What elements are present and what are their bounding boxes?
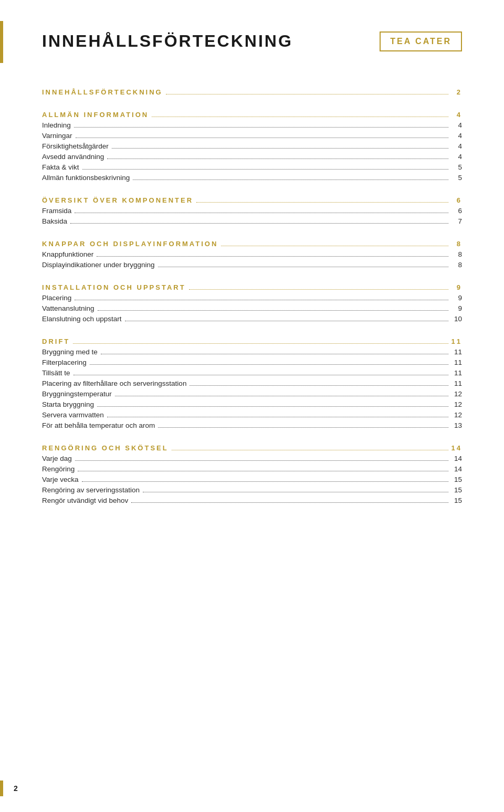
toc-dots (158, 267, 448, 267)
toc-dots (76, 138, 448, 138)
toc-page-number: 8 (452, 261, 462, 269)
toc-page-number: 13 (452, 421, 462, 429)
toc-dots (75, 460, 448, 461)
toc-section-label: ÖVERSIKT ÖVER KOMPONENTER (42, 196, 193, 204)
toc-section-label: DRIFT (42, 338, 70, 345)
toc-entry-label: Vattenanslutning (42, 304, 94, 312)
toc-section-heading: INNEHÅLLSFÖRTECKNING2 (42, 88, 462, 96)
toc-page-number: 5 (452, 163, 462, 171)
toc-entry-label: Placering av filterhållare och servering… (42, 379, 186, 387)
toc-entry-label: Försiktighetsåtgärder (42, 142, 109, 150)
toc-dots (75, 300, 448, 300)
toc-entry-label: Allmän funktionsbeskrivning (42, 174, 130, 182)
toc-entry-label: Elanslutning och uppstart (42, 315, 122, 323)
page-title: INNEHÅLLSFÖRTECKNING (42, 31, 293, 51)
toc-dots (143, 492, 448, 492)
toc-entry: Vattenanslutning9 (42, 304, 462, 312)
toc-entry: Bryggningstemperatur12 (42, 390, 462, 398)
toc-entry: Inledning4 (42, 121, 462, 129)
toc-entry: Fakta & vikt5 (42, 163, 462, 171)
toc-section-heading: RENGÖRING OCH SKÖTSEL14 (42, 444, 462, 452)
toc-entry-label: Varje vecka (42, 476, 79, 483)
toc-content: INNEHÅLLSFÖRTECKNING2ALLMÄN INFORMATION4… (42, 88, 462, 504)
toc-entry: Avsedd användning4 (42, 153, 462, 161)
toc-section-label: INNEHÅLLSFÖRTECKNING (42, 88, 163, 96)
toc-dots (131, 502, 448, 503)
footer-page-number: 2 (14, 784, 18, 793)
toc-page-number: 14 (452, 444, 462, 452)
toc-dots (107, 159, 448, 159)
toc-entry-label: Knappfunktioner (42, 250, 93, 258)
toc-entry: Rengöring14 (42, 465, 462, 473)
left-accent-bar (0, 21, 3, 63)
toc-page-number: 9 (452, 294, 462, 302)
toc-entry: Försiktighetsåtgärder4 (42, 142, 462, 150)
toc-page-number: 11 (452, 338, 462, 345)
toc-page-number: 4 (452, 121, 462, 129)
toc-section-label: RENGÖRING OCH SKÖTSEL (42, 444, 169, 452)
toc-dots (78, 471, 448, 471)
toc-dots (70, 223, 448, 224)
toc-entry: Placering9 (42, 294, 462, 302)
brand-name: TEA CATER (390, 37, 452, 46)
toc-dots (74, 375, 448, 375)
toc-entry: Bryggning med te11 (42, 348, 462, 356)
toc-page-number: 6 (452, 207, 462, 215)
toc-page-number: 15 (452, 486, 462, 494)
toc-dots (112, 148, 448, 149)
toc-dots (75, 213, 448, 213)
toc-section-heading: KNAPPAR OCH DISPLAYINFORMATION8 (42, 240, 462, 248)
toc-entry: Rengöring av serveringsstation15 (42, 486, 462, 494)
toc-entry-label: Displayindikationer under bryggning (42, 261, 155, 269)
brand-box: TEA CATER (380, 31, 462, 51)
toc-entry-label: Avsedd användning (42, 153, 104, 161)
toc-page-number: 15 (452, 497, 462, 504)
toc-entry-label: Tillsätt te (42, 369, 70, 377)
toc-dots (82, 481, 448, 482)
toc-entry: Varningar4 (42, 132, 462, 140)
toc-entry-label: Bryggning med te (42, 348, 98, 356)
toc-dots (190, 385, 448, 386)
toc-page-number: 4 (452, 153, 462, 161)
toc-dots (90, 364, 448, 365)
toc-entry: Elanslutning och uppstart10 (42, 315, 462, 323)
toc-entry: Placering av filterhållare och servering… (42, 379, 462, 387)
page-container: INNEHÅLLSFÖRTECKNING TEA CATER INNEHÅLLS… (0, 0, 504, 812)
toc-dots (189, 289, 448, 290)
toc-entry-label: Fakta & vikt (42, 163, 79, 171)
toc-entry-label: Rengör utvändigt vid behov (42, 497, 128, 504)
toc-dots (152, 117, 448, 117)
toc-page-number: 9 (452, 304, 462, 312)
toc-page-number: 4 (452, 111, 462, 119)
toc-page-number: 8 (452, 240, 462, 248)
toc-page-number: 4 (452, 132, 462, 140)
header: INNEHÅLLSFÖRTECKNING TEA CATER (42, 31, 462, 62)
toc-page-number: 14 (452, 465, 462, 473)
toc-entry-label: Varje dag (42, 455, 72, 462)
toc-dots (115, 396, 448, 396)
toc-dots (74, 127, 448, 128)
toc-entry-label: För att behålla temperatur och arom (42, 421, 155, 429)
toc-page-number: 8 (452, 250, 462, 258)
toc-dots (196, 202, 448, 203)
toc-page-number: 14 (452, 455, 462, 462)
toc-dots (97, 406, 448, 407)
footer: 2 (0, 781, 504, 796)
toc-page-number: 12 (452, 400, 462, 408)
toc-entry-label: Varningar (42, 132, 72, 140)
toc-dots (158, 427, 448, 428)
toc-section-heading: INSTALLATION OCH UPPSTART9 (42, 283, 462, 291)
toc-section-heading: ÖVERSIKT ÖVER KOMPONENTER6 (42, 196, 462, 204)
toc-entry-label: Placering (42, 294, 71, 302)
toc-page-number: 2 (452, 88, 462, 96)
toc-dots (221, 246, 448, 246)
toc-dots (73, 343, 448, 344)
toc-page-number: 11 (452, 379, 462, 387)
toc-page-number: 4 (452, 142, 462, 150)
toc-entry-label: Filterplacering (42, 358, 87, 366)
toc-entry: Framsida6 (42, 207, 462, 215)
toc-section-label: INSTALLATION OCH UPPSTART (42, 283, 186, 291)
toc-page-number: 11 (452, 358, 462, 366)
toc-entry-label: Bryggningstemperatur (42, 390, 112, 398)
toc-section-heading: ALLMÄN INFORMATION4 (42, 111, 462, 119)
